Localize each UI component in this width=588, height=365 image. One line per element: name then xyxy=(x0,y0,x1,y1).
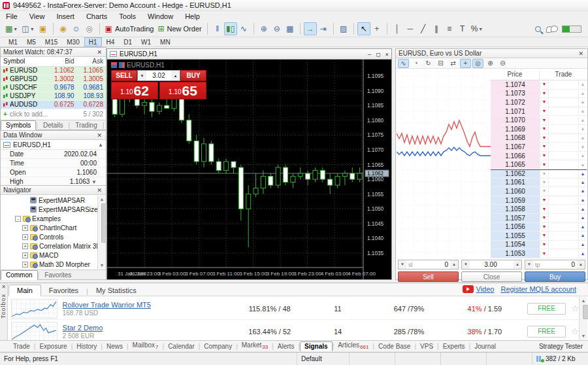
signal-row[interactable]: Rollover Trade Warrior MT5168.78 USD115.… xyxy=(8,298,579,320)
indicator-list-button[interactable]: ▨ xyxy=(337,22,350,35)
toolbox-tab-articles[interactable]: Articles661 xyxy=(334,341,372,351)
increment-icon[interactable]: ▲ xyxy=(450,260,458,269)
volume-input[interactable]: 3.02 xyxy=(146,71,171,80)
timeframe-w1[interactable]: W1 xyxy=(137,37,155,46)
signals-tab-my-statistics[interactable]: My Statistics xyxy=(88,285,144,296)
buy-chevron-icon[interactable]: ▲ xyxy=(578,116,587,124)
toolbox-tab-trade[interactable]: Trade xyxy=(9,342,34,351)
dom-price-row[interactable]: 1.1065▼▲ xyxy=(491,160,587,169)
expand-icon[interactable]: + xyxy=(22,243,28,249)
sell-chevron-icon[interactable]: ▼ xyxy=(540,98,549,106)
dom-price-row[interactable]: 1.1059▼▲ xyxy=(491,196,587,205)
channel-button[interactable]: ∥ xyxy=(430,22,443,35)
dom-price-row[interactable]: 1.1068▼▲ xyxy=(491,134,587,143)
signal-free-button[interactable]: FREE xyxy=(527,303,566,315)
scrollbar-thumb[interactable] xyxy=(583,305,588,319)
volume-up-icon[interactable]: ▲ xyxy=(171,71,180,80)
buy-chevron-icon[interactable]: ▲ xyxy=(578,80,587,88)
zoom-in-button[interactable]: ⊕ xyxy=(257,22,270,35)
close-icon[interactable]: ✕ xyxy=(577,50,585,57)
sell-chevron-icon[interactable]: ▼ xyxy=(540,125,549,133)
minimize-icon[interactable]: – xyxy=(368,51,371,58)
menu-window[interactable]: Window xyxy=(142,12,179,21)
navigator-item[interactable]: +MACD xyxy=(1,251,97,260)
tab-common[interactable]: Common xyxy=(1,270,38,280)
sell-chevron-icon[interactable]: ▼ xyxy=(540,205,549,213)
trendline-button[interactable]: ╱ xyxy=(417,22,430,35)
close-icon[interactable]: ✕ xyxy=(0,283,7,290)
search-icon[interactable] xyxy=(535,26,541,32)
sell-chevron-icon[interactable]: ▼ xyxy=(540,143,549,150)
tab-trading[interactable]: Trading xyxy=(70,120,103,130)
dom-sell-button[interactable]: Sell xyxy=(398,271,459,282)
sell-chevron-icon[interactable]: ▼ xyxy=(540,214,549,222)
toolbox-tab-vps[interactable]: VPS xyxy=(416,342,437,351)
vline-button[interactable]: │ xyxy=(391,22,404,35)
toolbox-tab-code-base[interactable]: Code Base xyxy=(374,342,414,351)
sell-chevron-icon[interactable]: ▼ xyxy=(540,116,549,124)
tab-favorites[interactable]: Favorites xyxy=(39,270,76,279)
tile-windows-button[interactable]: ▦ xyxy=(284,22,297,35)
crosshair-button[interactable]: + xyxy=(370,22,384,35)
sell-chevron-icon[interactable]: ▼ xyxy=(540,196,549,204)
dom-tick-button[interactable]: + xyxy=(460,59,471,68)
timeframe-h1[interactable]: H1 xyxy=(84,37,102,46)
sell-chevron-icon[interactable]: ▼ xyxy=(540,107,549,115)
signal-row[interactable]: Star 2 Demo2 508 EUR163.44% / 5214285 /7… xyxy=(8,321,579,343)
navigator-item-label[interactable]: Controls xyxy=(39,234,63,241)
decrement-icon[interactable]: ▼ xyxy=(399,260,406,269)
signals-tab-favorites[interactable]: Favorites xyxy=(41,285,86,296)
sell-chevron-icon[interactable]: ▼ xyxy=(540,134,549,142)
scroll-down-icon[interactable]: ▼ xyxy=(580,332,587,339)
dom-time-sales-button[interactable]: ◔ xyxy=(410,59,421,68)
tab-symbols[interactable]: Symbols xyxy=(1,120,36,130)
status-profile[interactable]: Default xyxy=(297,353,350,365)
navigator-item-label[interactable]: MACD xyxy=(39,252,58,259)
dom-price-row[interactable]: 1.1056▼▲ xyxy=(491,223,587,232)
new-order-button[interactable]: ⊞New Order xyxy=(155,22,203,35)
auto-scroll-button[interactable]: → xyxy=(304,22,317,35)
sell-chevron-icon[interactable]: ▼ xyxy=(540,187,549,195)
buy-chevron-icon[interactable]: ▲ xyxy=(578,98,587,106)
increment-icon[interactable]: ▲ xyxy=(514,260,521,269)
dom-price-row[interactable]: 1.1057▼▲ xyxy=(491,214,587,223)
video-link[interactable]: Video xyxy=(463,285,495,293)
menu-tools[interactable]: Tools xyxy=(113,12,142,21)
sell-chevron-icon[interactable]: ▼ xyxy=(540,80,549,88)
candle-chart-button[interactable]: ▮▯ xyxy=(224,22,237,35)
tab-details[interactable]: Details xyxy=(38,120,69,130)
buy-button[interactable]: BUY xyxy=(180,70,206,81)
buy-chevron-icon[interactable]: ▲ xyxy=(578,152,587,160)
close-icon[interactable]: ✕ xyxy=(95,132,103,139)
buy-chevron-icon[interactable]: ▲ xyxy=(578,241,587,249)
market-watch-row[interactable]: GBPUSD1.30021.3005 xyxy=(1,75,106,83)
timeframe-mn[interactable]: MN xyxy=(155,37,175,46)
contacts-button[interactable]: ☺ xyxy=(70,22,83,35)
dom-price-row[interactable]: 1.1066▼▲ xyxy=(491,152,587,161)
sell-chevron-icon[interactable]: ▼ xyxy=(540,223,549,231)
sell-chevron-icon[interactable]: ▼ xyxy=(540,241,549,249)
chart-canvas[interactable]: 1.10951.10901.10851.10801.10751.10701.10… xyxy=(107,60,391,279)
menu-help[interactable]: Help xyxy=(179,12,206,21)
signal-name-link[interactable]: Rollover Trade Warrior MT5 xyxy=(63,301,231,309)
navigator-item[interactable]: +ChartInChart xyxy=(1,223,97,232)
chart-window-title-bar[interactable]: EURUSD,H1 – □ × xyxy=(107,49,391,60)
timeframe-d1[interactable]: D1 xyxy=(119,37,137,46)
toolbox-tab-journal[interactable]: Journal xyxy=(470,342,500,351)
toolbox-tab-experts[interactable]: Experts xyxy=(439,342,469,351)
navigator-scrollbar[interactable]: ▲ ▼ xyxy=(97,196,106,269)
sell-chevron-icon[interactable]: ▼ xyxy=(540,170,549,178)
register-mql5-link[interactable]: Register MQL5 account xyxy=(500,285,576,293)
scroll-up-icon[interactable]: ▲ xyxy=(580,297,587,304)
toolbox-tab-exposure[interactable]: Exposure xyxy=(35,342,71,351)
market-watch-row[interactable]: USDCHF0.96780.9681 xyxy=(1,83,106,92)
buy-chevron-icon[interactable]: ▲ xyxy=(578,250,587,258)
dom-price-row[interactable]: 1.1071▼▲ xyxy=(491,107,587,116)
expand-icon[interactable]: + xyxy=(22,225,28,231)
scroll-down-icon[interactable]: ▼ xyxy=(98,262,106,269)
timeframe-m1[interactable]: M1 xyxy=(4,37,22,46)
column-symbol[interactable]: Symbol xyxy=(1,57,48,66)
buy-price-display[interactable]: 1.1065 xyxy=(159,82,206,99)
broadcast-button[interactable]: ◎ xyxy=(83,22,96,35)
sell-button[interactable]: SELL xyxy=(111,70,137,81)
